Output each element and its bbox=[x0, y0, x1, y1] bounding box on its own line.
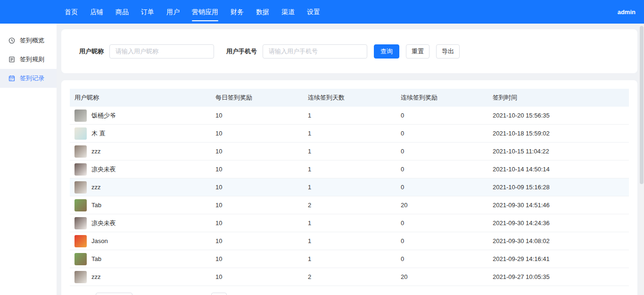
streak-days-value: 1 bbox=[303, 166, 396, 173]
nav-item[interactable]: 设置 bbox=[301, 0, 326, 24]
streak-reward-value: 0 bbox=[396, 237, 488, 244]
col-header-streak-days: 连续签到天数 bbox=[303, 93, 396, 102]
user-nickname: 木 直 bbox=[91, 129, 106, 138]
signin-time-value: 2021-09-29 14:16:41 bbox=[488, 255, 629, 262]
user-avatar bbox=[74, 217, 87, 229]
table-header: 用户昵称 每日签到奖励 连续签到天数 连续签到奖励 签到时间 bbox=[70, 89, 629, 107]
nav-item[interactable]: 店铺 bbox=[84, 0, 109, 24]
col-header-daily-reward: 每日签到奖励 bbox=[211, 93, 303, 102]
table-row[interactable]: zzz 10 1 0 2021-10-09 15:16:28 bbox=[70, 178, 629, 196]
page-number-button[interactable] bbox=[211, 293, 227, 295]
streak-reward-value: 0 bbox=[396, 184, 488, 191]
user-nickname: zzz bbox=[91, 184, 101, 191]
user-nickname: Tab bbox=[91, 255, 101, 262]
streak-reward-value: 0 bbox=[396, 255, 488, 262]
streak-reward-value: 0 bbox=[396, 148, 488, 155]
streak-days-value: 1 bbox=[303, 255, 396, 262]
main-content: 用户昵称 用户手机号 查询 重置 导出 用户昵称 每日签到奖励 连续签到天数 连… bbox=[61, 24, 637, 295]
table-row[interactable]: 木 直 10 1 0 2021-10-18 15:59:02 bbox=[70, 125, 629, 143]
sidebar-item-signin-overview[interactable]: 签到概览 bbox=[0, 31, 57, 50]
streak-days-value: 2 bbox=[303, 273, 396, 280]
daily-reward-value: 10 bbox=[211, 219, 303, 227]
signin-time-value: 2021-09-30 14:08:02 bbox=[488, 237, 629, 244]
col-header-streak-reward: 连续签到奖励 bbox=[396, 93, 488, 102]
table-row[interactable]: 饭桶少爷 10 1 0 2021-10-20 15:56:35 bbox=[70, 107, 629, 125]
user-avatar bbox=[74, 145, 87, 158]
daily-reward-value: 10 bbox=[211, 237, 303, 244]
nickname-label: 用户昵称 bbox=[79, 47, 104, 56]
user-avatar bbox=[74, 127, 87, 140]
nickname-input[interactable] bbox=[109, 44, 214, 59]
streak-days-value: 1 bbox=[303, 237, 396, 244]
top-navbar: 首页店铺商品订单用户营销应用财务数据渠道设置 admin bbox=[0, 0, 644, 24]
user-nickname: 凉央未夜 bbox=[91, 165, 116, 174]
signin-time-value: 2021-10-18 15:59:02 bbox=[488, 130, 629, 137]
sidebar-item-label: 签到概览 bbox=[20, 36, 44, 45]
clock-icon bbox=[8, 37, 15, 44]
table-row[interactable]: Tab 10 1 0 2021-09-29 14:16:41 bbox=[70, 250, 629, 268]
user-nickname: Tab bbox=[91, 202, 101, 209]
nav-menu: 首页店铺商品订单用户营销应用财务数据渠道设置 bbox=[58, 0, 326, 24]
daily-reward-value: 10 bbox=[211, 166, 303, 173]
nav-item[interactable]: 数据 bbox=[250, 0, 275, 24]
sidebar-item-signin-rules[interactable]: 签到规则 bbox=[0, 50, 57, 69]
scrollbar-thumb[interactable] bbox=[640, 26, 644, 184]
scrollbar-track[interactable] bbox=[639, 24, 644, 295]
streak-days-value: 1 bbox=[303, 184, 396, 191]
query-button[interactable]: 查询 bbox=[374, 44, 399, 59]
calendar-icon bbox=[8, 75, 15, 82]
nav-item[interactable]: 用户 bbox=[160, 0, 186, 24]
user-avatar bbox=[74, 181, 87, 194]
nav-item[interactable]: 首页 bbox=[58, 0, 84, 24]
reset-button[interactable]: 重置 bbox=[406, 44, 429, 59]
signin-time-value: 2021-09-30 14:24:36 bbox=[488, 219, 629, 227]
pagination bbox=[70, 293, 629, 295]
user-nickname: zzz bbox=[91, 273, 101, 280]
admin-user-menu[interactable]: admin bbox=[618, 8, 636, 16]
streak-reward-value: 0 bbox=[396, 130, 488, 137]
table-row[interactable]: 凉央未夜 10 1 0 2021-09-30 14:24:36 bbox=[70, 214, 629, 232]
signin-time-value: 2021-10-20 15:56:35 bbox=[488, 112, 629, 119]
sidebar-item-signin-records[interactable]: 签到记录 bbox=[0, 69, 57, 88]
streak-days-value: 1 bbox=[303, 112, 396, 119]
user-avatar bbox=[74, 110, 87, 122]
nav-item[interactable]: 财务 bbox=[224, 0, 250, 24]
daily-reward-value: 10 bbox=[211, 255, 303, 262]
search-filter-card: 用户昵称 用户手机号 查询 重置 导出 bbox=[61, 29, 637, 73]
phone-label: 用户手机号 bbox=[226, 47, 257, 56]
user-avatar bbox=[74, 253, 87, 265]
daily-reward-value: 10 bbox=[211, 148, 303, 155]
sidebar-item-label: 签到记录 bbox=[20, 74, 44, 83]
export-button[interactable]: 导出 bbox=[436, 44, 460, 59]
table-row[interactable]: 凉央未夜 10 1 0 2021-10-14 14:50:14 bbox=[70, 160, 629, 178]
phone-input[interactable] bbox=[263, 44, 367, 59]
streak-reward-value: 20 bbox=[396, 273, 488, 280]
signin-time-value: 2021-10-09 15:16:28 bbox=[488, 184, 629, 191]
signin-time-value: 2021-09-30 14:51:46 bbox=[488, 202, 629, 209]
user-avatar bbox=[74, 199, 87, 211]
streak-reward-value: 0 bbox=[396, 219, 488, 227]
nav-item[interactable]: 营销应用 bbox=[186, 0, 224, 24]
streak-days-value: 2 bbox=[303, 202, 396, 209]
streak-days-value: 1 bbox=[303, 130, 396, 137]
streak-reward-value: 20 bbox=[396, 202, 488, 209]
daily-reward-value: 10 bbox=[211, 112, 303, 119]
streak-days-value: 1 bbox=[303, 219, 396, 227]
user-nickname: 饭桶少爷 bbox=[91, 111, 116, 120]
nav-item[interactable]: 商品 bbox=[109, 0, 135, 24]
signin-time-value: 2021-10-14 14:50:14 bbox=[488, 166, 629, 173]
page-size-select[interactable] bbox=[96, 293, 132, 295]
table-row[interactable]: Tab 10 2 20 2021-09-30 14:51:46 bbox=[70, 196, 629, 214]
signin-time-value: 2021-10-15 11:04:22 bbox=[488, 148, 629, 155]
table-row[interactable]: zzz 10 1 0 2021-10-15 11:04:22 bbox=[70, 143, 629, 160]
nav-item[interactable]: 渠道 bbox=[275, 0, 301, 24]
user-avatar bbox=[74, 235, 87, 247]
streak-reward-value: 0 bbox=[396, 166, 488, 173]
document-icon bbox=[8, 56, 15, 63]
daily-reward-value: 10 bbox=[211, 184, 303, 191]
user-nickname: zzz bbox=[91, 148, 101, 155]
table-row[interactable]: zzz 10 2 20 2021-09-27 10:05:35 bbox=[70, 268, 629, 286]
nav-item[interactable]: 订单 bbox=[135, 0, 160, 24]
table-row[interactable]: Jason 10 1 0 2021-09-30 14:08:02 bbox=[70, 232, 629, 250]
daily-reward-value: 10 bbox=[211, 273, 303, 280]
